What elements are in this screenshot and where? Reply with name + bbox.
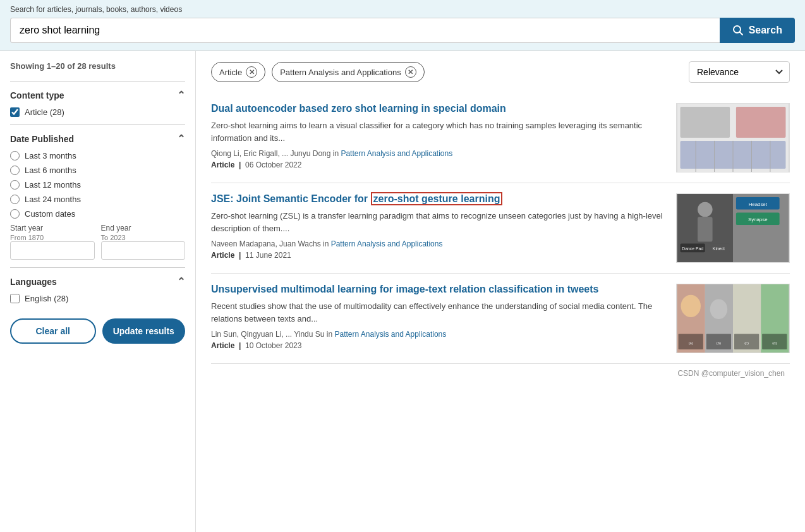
svg-text:(a): (a) [689, 341, 693, 345]
content-type-article-row: Article (28) [10, 107, 185, 117]
to-hint: To 2023 [101, 234, 186, 241]
remove-journal-filter-icon[interactable]: ✕ [405, 66, 416, 78]
languages-section: Languages ⌃ English (28) [10, 275, 185, 303]
article-date-2: 11 June 2021 [245, 251, 291, 260]
radio-custom-row: Custom dates [10, 209, 185, 219]
article-title-highlighted-2: zero-shot gesture learning [371, 192, 503, 205]
radio-12months[interactable] [10, 180, 20, 190]
article-title-2: JSE: Joint Semantic Encoder for zero-sho… [211, 193, 666, 205]
article-content-3: Unsupervised multimodal learning for ima… [211, 284, 666, 353]
article-title-link-2[interactable]: JSE: Joint Semantic Encoder for zero-sho… [211, 192, 502, 205]
radio-24months-row: Last 24 months [10, 195, 185, 204]
article-card-1: Dual autoencoder based zero shot learnin… [211, 93, 790, 183]
article-title-1: Dual autoencoder based zero shot learnin… [211, 103, 666, 114]
svg-text:(d): (d) [772, 341, 777, 345]
search-input[interactable] [10, 18, 720, 43]
content-type-article-label: Article (28) [25, 107, 64, 117]
journal-link-3[interactable]: Pattern Analysis and Applications [334, 330, 446, 339]
article-image-1 [676, 103, 790, 172]
svg-point-28 [710, 299, 727, 319]
svg-text:Headset: Headset [749, 202, 768, 207]
article-card-2: JSE: Joint Semantic Encoder for zero-sho… [211, 183, 790, 274]
remove-article-filter-icon[interactable]: ✕ [246, 66, 257, 78]
svg-line-1 [739, 32, 742, 35]
date-published-header[interactable]: Date Published ⌃ [10, 133, 185, 145]
svg-point-13 [698, 202, 713, 217]
article-type-date-3: Article | 10 October 2023 [211, 341, 666, 350]
sidebar: Showing 1–20 of 28 results Content type … [0, 51, 196, 532]
content-type-header[interactable]: Content type ⌃ [10, 89, 185, 101]
results-count: Showing 1–20 of 28 results [10, 61, 185, 71]
sidebar-footer: Clear all Update results [10, 318, 185, 344]
article-abstract-3: Recent studies show that the use of mult… [211, 300, 666, 325]
search-icon [732, 25, 744, 36]
clear-all-button[interactable]: Clear all [10, 318, 96, 344]
radio-24months[interactable] [10, 195, 20, 204]
filter-tag-journal-label: Pattern Analysis and Applications [280, 68, 401, 77]
filter-tag-article-label: Article [219, 68, 242, 77]
filter-tags-row: Article ✕ Pattern Analysis and Applicati… [211, 61, 790, 83]
filter-tag-article[interactable]: Article ✕ [211, 62, 265, 82]
start-year-input[interactable] [10, 241, 95, 260]
date-inputs-row: Start year From 1870 End year To 2023 [10, 224, 185, 260]
article-content-2: JSE: Joint Semantic Encoder for zero-sho… [211, 193, 666, 263]
svg-text:Synapse: Synapse [748, 217, 768, 222]
radio-6months-row: Last 6 months [10, 166, 185, 175]
from-hint: From 1870 [10, 234, 95, 241]
watermark: CSDN @computer_vision_chen [211, 364, 790, 378]
search-bar-container: Search for articles, journals, books, au… [0, 0, 805, 51]
svg-rect-14 [698, 217, 713, 241]
svg-rect-3 [681, 107, 730, 138]
article-type-date-2: Article | 11 June 2021 [211, 251, 666, 260]
radio-12months-label: Last 12 months [25, 180, 81, 190]
search-button[interactable]: Search [720, 18, 795, 43]
radio-24months-label: Last 24 months [25, 195, 81, 204]
sort-select-wrap: Relevance Newest first Oldest first [689, 61, 790, 83]
svg-text:(c): (c) [744, 341, 749, 345]
divider-date [10, 124, 185, 125]
languages-header[interactable]: Languages ⌃ [10, 275, 185, 287]
chevron-up-icon: ⌃ [177, 89, 185, 101]
article-meta-1: Qiong Li, Eric Rigall, ... Junyu Dong in… [211, 149, 666, 158]
search-hint: Search for articles, journals, books, au… [10, 5, 795, 14]
language-english-label: English (28) [25, 294, 68, 303]
article-title-link-3[interactable]: Unsupervised multimodal learning for ima… [211, 284, 598, 294]
article-type-date-1: Article | 06 October 2022 [211, 160, 666, 169]
start-year-label: Start year [10, 224, 95, 233]
article-date-1: 06 October 2022 [245, 160, 301, 169]
chevron-up-icon-date: ⌃ [177, 133, 185, 145]
main-layout: Showing 1–20 of 28 results Content type … [0, 51, 805, 532]
article-meta-2: Naveen Madapana, Juan Wachs in Pattern A… [211, 239, 666, 248]
divider-languages [10, 267, 185, 268]
filter-tag-journal[interactable]: Pattern Analysis and Applications ✕ [272, 62, 425, 82]
radio-custom[interactable] [10, 209, 20, 219]
content-area: Article ✕ Pattern Analysis and Applicati… [196, 51, 805, 532]
sort-select[interactable]: Relevance Newest first Oldest first [689, 61, 790, 83]
radio-3months[interactable] [10, 151, 20, 160]
svg-text:Kinect: Kinect [713, 246, 725, 251]
article-abstract-1: Zero-shot learning aims to learn a visua… [211, 119, 666, 144]
svg-point-27 [681, 295, 701, 317]
article-meta-3: Lin Sun, Qingyuan Li, ... Yindu Su in Pa… [211, 330, 666, 339]
svg-text:(b): (b) [717, 341, 721, 345]
start-year-col: Start year From 1870 [10, 224, 95, 260]
article-image-3: (a) (b) (c) (d) [676, 284, 790, 353]
radio-12months-row: Last 12 months [10, 180, 185, 190]
language-english-checkbox[interactable] [10, 294, 20, 303]
end-year-label: End year [101, 224, 186, 233]
article-title-link-1[interactable]: Dual autoencoder based zero shot learnin… [211, 103, 506, 114]
search-row: Search [10, 18, 795, 43]
radio-6months[interactable] [10, 166, 20, 175]
radio-6months-label: Last 6 months [25, 166, 76, 175]
svg-rect-4 [736, 107, 786, 138]
divider-content-type [10, 81, 185, 82]
end-year-input[interactable] [101, 241, 186, 260]
article-content-1: Dual autoencoder based zero shot learnin… [211, 103, 666, 172]
content-type-article-checkbox[interactable] [10, 107, 20, 117]
journal-link-1[interactable]: Pattern Analysis and Applications [341, 149, 452, 158]
radio-3months-label: Last 3 months [25, 151, 76, 160]
update-results-button[interactable]: Update results [102, 318, 186, 344]
end-year-col: End year To 2023 [101, 224, 186, 260]
language-english-row: English (28) [10, 294, 185, 303]
journal-link-2[interactable]: Pattern Analysis and Applications [331, 239, 443, 248]
